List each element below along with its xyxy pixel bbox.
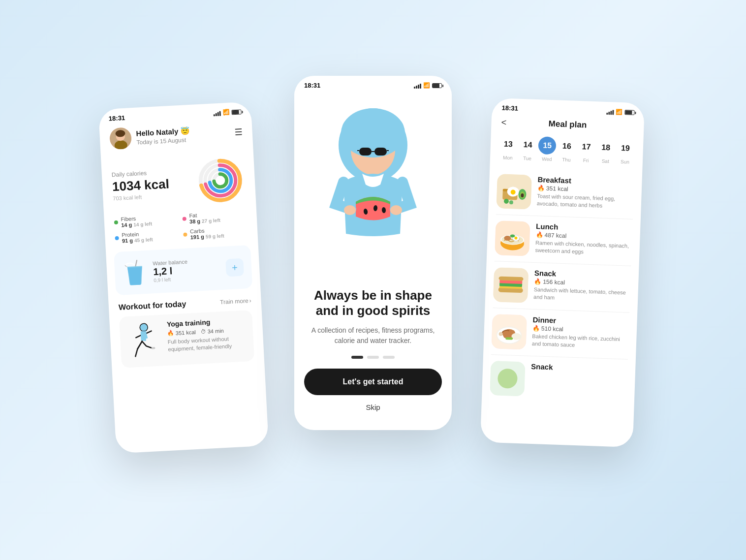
phone-left: 18:31 📶 — [98, 101, 269, 453]
fat-dot — [183, 217, 186, 221]
workout-kcal: 🔥 351 kcal — [167, 329, 196, 337]
avatar-face — [109, 127, 132, 150]
snack2-info: Snack — [531, 362, 553, 372]
nutrient-protein: Protein 91 g 45 g left — [115, 229, 180, 244]
onboarding-dots — [294, 356, 452, 359]
battery-icon — [231, 109, 241, 115]
svg-rect-20 — [359, 148, 372, 156]
snack2-type: Snack — [531, 362, 553, 372]
cal-day-14[interactable]: 14 Tue — [518, 136, 537, 161]
add-water-button[interactable]: + — [225, 258, 244, 277]
workout-header: Workout for today Train more › — [119, 296, 252, 312]
svg-point-29 — [390, 205, 402, 215]
lunch-info: Lunch 🔥 487 kcal Ramen with chicken, noo… — [535, 222, 632, 258]
breakfast-image — [496, 174, 531, 209]
carbs-dot — [183, 232, 187, 236]
cal-date-17: 17 — [577, 138, 595, 156]
snack-desc: Sandwich with lettuce, tomato, cheese an… — [533, 286, 630, 305]
fibers-dot — [114, 220, 118, 224]
onboarding-illustration — [294, 91, 452, 278]
svg-point-28 — [344, 205, 356, 215]
nutrient-carbs: Carbs 191 g 59 g left — [183, 225, 248, 241]
phones-container: 18:31 📶 — [78, 46, 668, 514]
status-icons-right: 📶 — [606, 108, 634, 116]
cal-day-17[interactable]: 17 Fri — [577, 138, 595, 163]
date-text: Today is 15 August — [136, 136, 190, 146]
get-started-button[interactable]: Let's get started — [304, 369, 442, 395]
svg-rect-21 — [374, 148, 387, 156]
back-button[interactable]: < — [501, 117, 506, 127]
menu-icon[interactable]: ☰ — [234, 126, 243, 138]
avatar — [109, 127, 132, 150]
cal-date-14: 14 — [519, 136, 537, 154]
water-glass-icon — [122, 257, 148, 288]
meal-plan-title: Meal plan — [548, 119, 587, 130]
onboarding-title: Always be in shape and in good spirits — [309, 288, 437, 318]
cal-date-18: 18 — [597, 138, 615, 156]
workout-info: Yoga training 🔥 351 kcal ⏱ 34 min Full b… — [167, 316, 247, 354]
phone-center: 18:31 📶 — [294, 76, 452, 430]
workout-card[interactable]: Yoga training 🔥 351 kcal ⏱ 34 min Full b… — [119, 310, 254, 368]
user-info: Hello Nataly 😇 Today is 15 August — [109, 124, 190, 150]
cal-date-15-active: 15 — [538, 136, 557, 155]
water-info: Water balance 1,2 l 0,9 l left — [153, 257, 220, 283]
donut-chart — [194, 155, 246, 206]
workout-time: ⏱ 34 min — [200, 327, 224, 334]
status-icons-center: 📶 — [414, 82, 442, 89]
dot-2 — [367, 356, 379, 359]
meal-list: Breakfast 🔥 351 kcal Toast with sour cre… — [482, 168, 642, 406]
cal-day-15[interactable]: 15 Wed — [538, 136, 557, 162]
dot-3 — [383, 356, 395, 359]
onboarding-text: Always be in shape and in good spirits A… — [294, 278, 452, 346]
meal-lunch[interactable]: Lunch 🔥 487 kcal Ramen with chicken, noo… — [495, 215, 633, 266]
cal-date-16: 16 — [558, 137, 576, 156]
svg-point-15 — [140, 323, 148, 332]
workout-desc: Full body workout without equipment, fem… — [167, 335, 247, 354]
snack-info: Snack 🔥 156 kcal Sandwich with lettuce, … — [533, 269, 631, 305]
lunch-image — [495, 220, 530, 256]
train-more-button[interactable]: Train more › — [220, 297, 251, 306]
snack2-image — [490, 361, 525, 396]
cal-date-13: 13 — [499, 135, 517, 153]
calories-value: 1034 kcal — [112, 176, 169, 194]
battery-icon-center — [432, 83, 442, 88]
user-text: Hello Nataly 😇 Today is 15 August — [136, 126, 190, 146]
workout-title: Workout for today — [119, 300, 186, 312]
signal-icon — [213, 110, 221, 116]
breakfast-info: Breakfast 🔥 351 kcal Toast with sour cre… — [537, 175, 634, 211]
snack-image — [493, 267, 528, 303]
meal-breakfast[interactable]: Breakfast 🔥 351 kcal Toast with sour cre… — [496, 168, 634, 219]
time-center: 18:31 — [304, 82, 320, 89]
wifi-icon: 📶 — [222, 109, 230, 116]
wifi-icon-right: 📶 — [616, 109, 622, 115]
meal-dinner[interactable]: Dinner 🔥 510 kcal Baked chicken leg with… — [491, 308, 629, 360]
wifi-icon-center: 📶 — [423, 82, 430, 89]
dot-1 — [351, 356, 363, 359]
cal-day-13[interactable]: 13 Mon — [499, 135, 518, 160]
signal-icon-center — [414, 83, 421, 89]
signal-icon-right — [606, 108, 614, 115]
battery-icon-right — [624, 110, 634, 115]
water-section: Water balance 1,2 l 0,9 l left + — [114, 245, 252, 295]
cal-date-19: 19 — [616, 139, 634, 157]
dinner-desc: Baked chicken leg with rice, zucchini an… — [532, 333, 629, 351]
dinner-info: Dinner 🔥 510 kcal Baked chicken leg with… — [532, 315, 629, 351]
svg-point-19 — [341, 108, 405, 157]
calendar-strip: 13 Mon 14 Tue 15 Wed 16 Thu 17 Fri 18 Sa… — [490, 133, 643, 173]
breakfast-desc: Toast with sour cream, fried egg, avocad… — [537, 192, 634, 211]
svg-rect-59 — [505, 337, 513, 340]
cal-day-18[interactable]: 18 Sat — [596, 138, 615, 164]
dinner-image — [492, 314, 527, 349]
status-bar-center: 18:31 📶 — [294, 76, 452, 91]
cal-day-19[interactable]: 19 Sun — [616, 139, 635, 165]
lunch-desc: Ramen with chicken, noodles, spinach, sw… — [535, 239, 632, 258]
meal-snack[interactable]: Snack 🔥 156 kcal Sandwich with lettuce, … — [493, 261, 631, 313]
calories-info: Daily calories 1034 kcal 703 kcal left — [111, 168, 170, 201]
protein-dot — [115, 236, 119, 240]
cal-day-16[interactable]: 16 Thu — [558, 137, 576, 163]
status-icons-left: 📶 — [213, 108, 242, 116]
calories-section: Daily calories 1034 kcal 703 kcal left — [101, 150, 256, 217]
svg-rect-16 — [151, 347, 155, 349]
skip-button[interactable]: Skip — [294, 395, 452, 419]
meal-snack2[interactable]: Snack — [490, 355, 628, 406]
